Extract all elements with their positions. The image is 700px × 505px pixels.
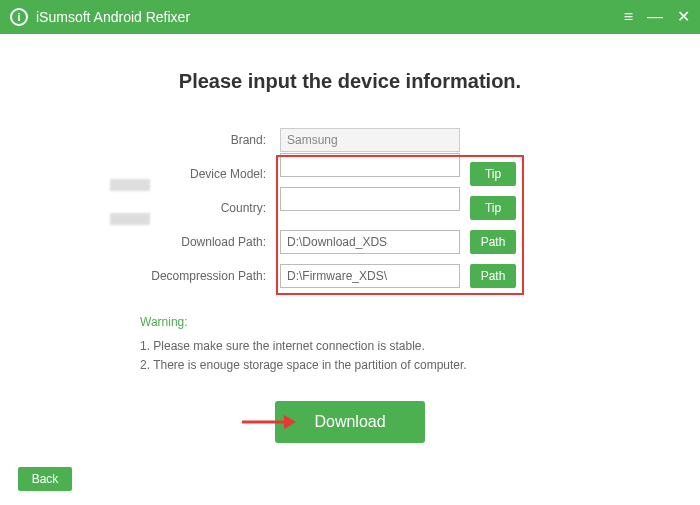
close-icon[interactable]: ✕: [677, 9, 690, 25]
brand-label: Brand:: [130, 133, 280, 147]
brand-input[interactable]: [280, 128, 460, 152]
country-tip-button[interactable]: Tip: [470, 196, 516, 220]
back-button[interactable]: Back: [18, 467, 72, 491]
page-heading: Please input the device information.: [30, 70, 670, 93]
download-path-button[interactable]: Path: [470, 230, 516, 254]
app-title: iSumsoft Android Refixer: [36, 9, 624, 25]
warning-line-1: 1. Please make sure the internet connect…: [140, 337, 560, 356]
decompression-path-label: Decompression Path:: [130, 269, 280, 283]
download-button[interactable]: Download: [275, 401, 425, 443]
country-label: Country:: [130, 201, 280, 215]
download-path-label: Download Path:: [130, 235, 280, 249]
device-model-tip-button[interactable]: Tip: [470, 162, 516, 186]
warning-line-2: 2. There is enouge storage space in the …: [140, 356, 560, 375]
device-model-label: Device Model:: [130, 167, 280, 181]
decompression-path-button[interactable]: Path: [470, 264, 516, 288]
menu-icon[interactable]: ≡: [624, 9, 633, 25]
warning-title: Warning:: [140, 315, 560, 329]
decompression-path-input[interactable]: [280, 264, 460, 288]
svg-marker-1: [284, 415, 296, 429]
country-input[interactable]: [280, 187, 460, 211]
arrow-annotation-icon: [240, 412, 296, 432]
titlebar: i iSumsoft Android Refixer ≡ — ✕: [0, 0, 700, 34]
warning-section: Warning: 1. Please make sure the interne…: [140, 315, 560, 375]
device-model-input[interactable]: [280, 153, 460, 177]
device-form: Brand: Device Model: Tip Country: Tip Do…: [130, 123, 570, 293]
app-logo-icon: i: [10, 8, 28, 26]
minimize-icon[interactable]: —: [647, 9, 663, 25]
download-path-input[interactable]: [280, 230, 460, 254]
